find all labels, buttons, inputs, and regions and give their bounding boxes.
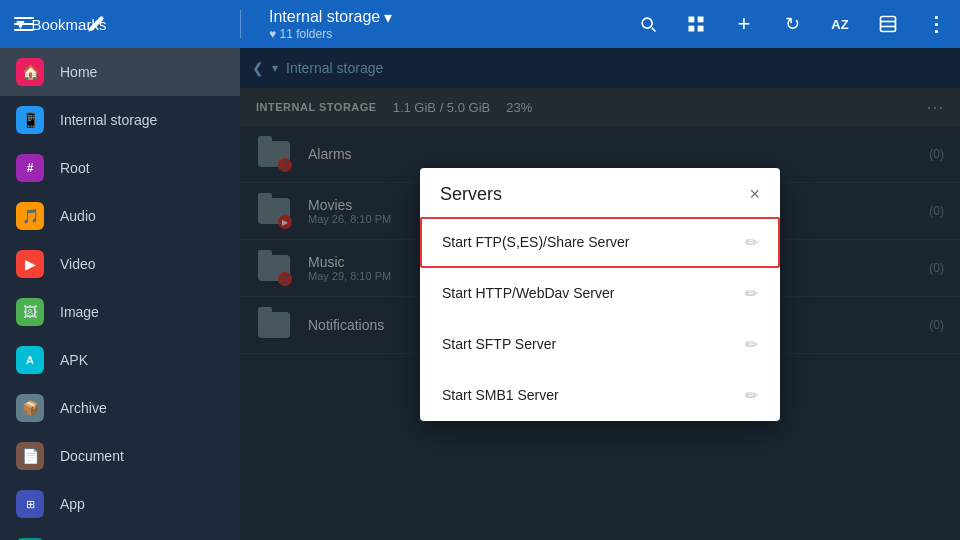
dialog-title-text: Servers <box>440 184 502 205</box>
top-bar-action-icons: + ↻ AZ ⋮ <box>632 8 952 40</box>
svg-rect-5 <box>689 26 695 32</box>
audio-icon: 🎵 <box>16 202 44 230</box>
sidebar-item-label: Root <box>60 160 90 176</box>
divider <box>240 10 241 38</box>
dialog-item-label: Start HTTP/WebDav Server <box>442 285 614 301</box>
internal-storage-icon: 📱 <box>16 106 44 134</box>
sidebar-item-label: App <box>60 496 85 512</box>
grid-view-button[interactable] <box>680 8 712 40</box>
dialog-item-sftp[interactable]: Start SFTP Server ✏ <box>420 319 780 370</box>
sidebar-item-label: Video <box>60 256 96 272</box>
edit-icon[interactable]: ✏ <box>745 386 758 405</box>
dialog-title-bar: Servers × <box>420 168 780 217</box>
svg-rect-6 <box>698 26 704 32</box>
archive-icon: 📦 <box>16 394 44 422</box>
sidebar-item-apk[interactable]: A APK <box>0 336 240 384</box>
dialog-overlay: Servers × Start FTP(S,ES)/Share Server ✏… <box>240 48 960 540</box>
display-button[interactable] <box>872 8 904 40</box>
dialog-item-label: Start FTP(S,ES)/Share Server <box>442 234 630 250</box>
top-bar-left: ▼ Bookmarks <box>8 8 228 40</box>
sidebar-item-audio[interactable]: 🎵 Audio <box>0 192 240 240</box>
sidebar-item-label: Archive <box>60 400 107 416</box>
content-area: ❮ ▾ Internal storage INTERNAL STORAGE 1.… <box>240 48 960 540</box>
sidebar-item-label: APK <box>60 352 88 368</box>
home-icon: 🏠 <box>16 58 44 86</box>
edit-icon[interactable]: ✏ <box>745 335 758 354</box>
sidebar-item-label: Image <box>60 304 99 320</box>
sidebar-item-home[interactable]: 🏠 Home <box>0 48 240 96</box>
sidebar-item-label: Internal storage <box>60 112 157 128</box>
bookmarks-dropdown-button[interactable]: ▼ Bookmarks <box>44 8 76 40</box>
dialog-item-label: Start SFTP Server <box>442 336 556 352</box>
more-options-button[interactable]: ⋮ <box>920 8 952 40</box>
sidebar-item-label: Home <box>60 64 97 80</box>
sidebar-item-archive[interactable]: 📦 Archive <box>0 384 240 432</box>
title-dropdown-icon[interactable]: ▾ <box>384 8 392 27</box>
apk-icon: A <box>16 346 44 374</box>
sidebar-item-all-files[interactable]: ☰ All Files <box>0 528 240 540</box>
sidebar-item-video[interactable]: ▶ Video <box>0 240 240 288</box>
servers-dialog: Servers × Start FTP(S,ES)/Share Server ✏… <box>420 168 780 421</box>
add-button[interactable]: + <box>728 8 760 40</box>
page-subtitle: ♥ 11 folders <box>269 27 624 41</box>
edit-icon[interactable]: ✏ <box>745 284 758 303</box>
bookmark-edit-icon[interactable] <box>80 8 112 40</box>
sort-button[interactable]: AZ <box>824 8 856 40</box>
document-icon: 📄 <box>16 442 44 470</box>
image-icon: 🖼 <box>16 298 44 326</box>
page-title: Internal storage <box>269 8 380 26</box>
svg-rect-3 <box>689 17 695 23</box>
dialog-item-ftp[interactable]: Start FTP(S,ES)/Share Server ✏ <box>420 217 780 268</box>
search-button[interactable] <box>632 8 664 40</box>
svg-rect-4 <box>698 17 704 23</box>
refresh-button[interactable]: ↻ <box>776 8 808 40</box>
main-layout: 🏠 Home 📱 Internal storage # Root 🎵 Audio… <box>0 48 960 540</box>
sidebar-item-image[interactable]: 🖼 Image <box>0 288 240 336</box>
top-app-bar: ▼ Bookmarks Internal storage ▾ ♥ 11 fold… <box>0 0 960 48</box>
sidebar-item-root[interactable]: # Root <box>0 144 240 192</box>
page-title-row: Internal storage ▾ <box>269 8 624 27</box>
top-bar-center: Internal storage ▾ ♥ 11 folders <box>253 8 624 41</box>
dialog-close-button[interactable]: × <box>749 184 760 205</box>
sidebar-item-label: Document <box>60 448 124 464</box>
video-icon: ▶ <box>16 250 44 278</box>
sidebar-item-document[interactable]: 📄 Document <box>0 432 240 480</box>
edit-icon[interactable]: ✏ <box>745 233 758 252</box>
sidebar-item-internal-storage[interactable]: 📱 Internal storage <box>0 96 240 144</box>
sidebar-item-label: Audio <box>60 208 96 224</box>
dialog-item-smb1[interactable]: Start SMB1 Server ✏ <box>420 370 780 421</box>
svg-rect-7 <box>881 17 896 32</box>
dropdown-arrow-icon: ▼ <box>14 16 28 32</box>
sidebar-item-app[interactable]: ⊞ App <box>0 480 240 528</box>
root-icon: # <box>16 154 44 182</box>
app-icon: ⊞ <box>16 490 44 518</box>
dialog-item-http[interactable]: Start HTTP/WebDav Server ✏ <box>420 268 780 319</box>
dialog-item-label: Start SMB1 Server <box>442 387 559 403</box>
sidebar: 🏠 Home 📱 Internal storage # Root 🎵 Audio… <box>0 48 240 540</box>
